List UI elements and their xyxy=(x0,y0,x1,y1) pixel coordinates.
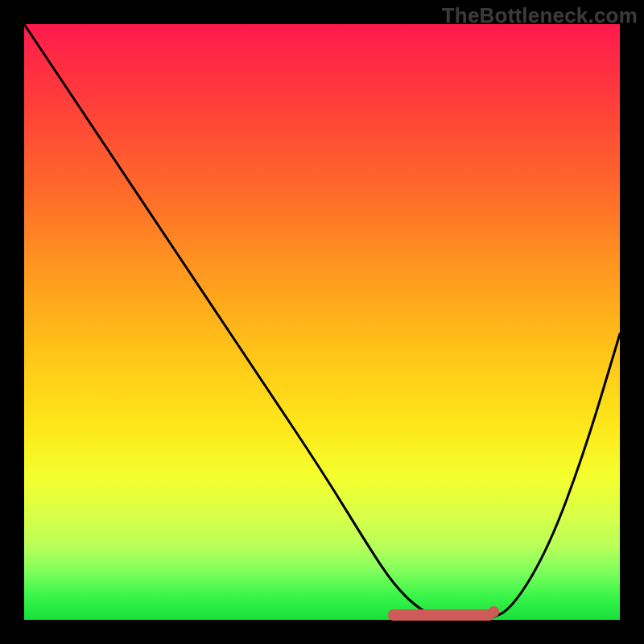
optimal-zone-end-dot xyxy=(488,606,499,617)
watermark-text: TheBottleneck.com xyxy=(442,3,638,28)
bottleneck-curve xyxy=(24,24,620,620)
chart-frame: TheBottleneck.com xyxy=(0,0,644,644)
chart-svg xyxy=(24,24,620,620)
